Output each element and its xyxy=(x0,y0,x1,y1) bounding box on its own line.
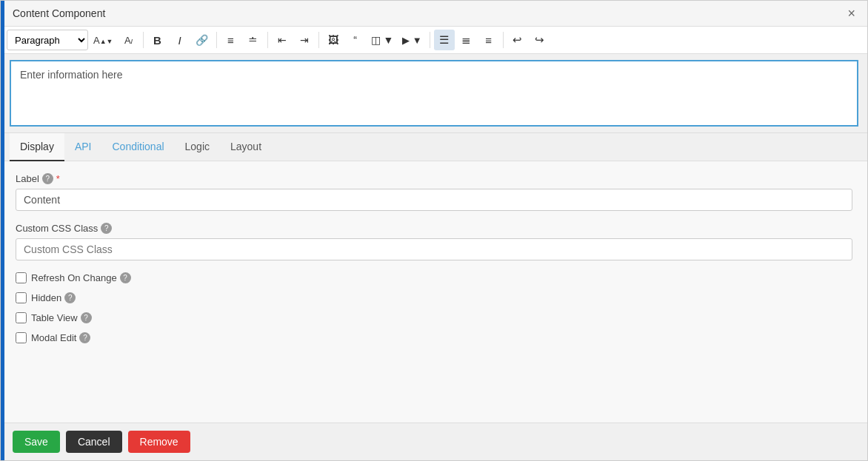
tabs-section: Display API Conditional Logic Layout Lab… xyxy=(1,132,867,423)
italic-icon: I xyxy=(178,34,181,47)
css-class-help-icon: ? xyxy=(101,223,112,234)
link-button[interactable]: 🔗 xyxy=(192,30,213,50)
video-button-group: ▶ ▼ xyxy=(398,30,425,50)
table-button-group: ◫ ▼ xyxy=(367,30,398,50)
align-right-icon: ≡ xyxy=(485,34,492,47)
remove-button[interactable]: Remove xyxy=(128,431,190,453)
ordered-list-icon: ≐ xyxy=(248,33,258,47)
modal-overlay: Content Component × Paragraph Heading 1 … xyxy=(0,0,868,461)
left-bar xyxy=(1,1,4,460)
css-class-label: Custom CSS Class ? xyxy=(16,223,852,234)
table-view-label: Table View ? xyxy=(31,312,92,323)
unordered-list-button[interactable]: ≡ xyxy=(221,30,241,50)
refresh-on-change-label: Refresh On Change ? xyxy=(31,272,131,283)
save-button[interactable]: Save xyxy=(13,431,60,453)
align-center-icon: ≣ xyxy=(461,33,471,47)
modal-edit-group: Modal Edit ? xyxy=(16,332,852,343)
label-input[interactable] xyxy=(16,189,852,211)
align-left-button[interactable]: ☰ xyxy=(434,30,455,50)
undo-button[interactable]: ↩ xyxy=(507,30,528,50)
quote-icon: “ xyxy=(353,34,357,46)
align-right-button[interactable]: ≡ xyxy=(478,30,499,50)
divider-6 xyxy=(503,32,504,48)
divider-3 xyxy=(267,32,268,48)
table-view-help-icon: ? xyxy=(81,312,92,323)
hidden-help-icon: ? xyxy=(64,292,76,303)
modal-footer: Save Cancel Remove xyxy=(1,423,867,460)
indent-right-button[interactable]: ⇥ xyxy=(294,30,315,50)
table-icon: ◫ ▼ xyxy=(371,34,394,46)
tab-conditional[interactable]: Conditional xyxy=(101,133,174,161)
tab-api[interactable]: API xyxy=(64,133,102,161)
editor-toolbar: Paragraph Heading 1 Heading 2 Heading 3 … xyxy=(1,27,867,54)
bold-icon: B xyxy=(153,34,161,47)
close-button[interactable]: × xyxy=(847,7,855,20)
divider-1 xyxy=(143,32,144,48)
font-family-icon: AI xyxy=(124,35,133,46)
bold-button[interactable]: B xyxy=(147,30,168,50)
css-class-input[interactable] xyxy=(16,238,852,260)
table-view-checkbox[interactable] xyxy=(16,312,27,323)
modal-header: Content Component × xyxy=(1,1,867,27)
modal-title: Content Component xyxy=(13,7,105,19)
hidden-label: Hidden ? xyxy=(31,292,76,303)
divider-5 xyxy=(430,32,430,48)
tab-layout[interactable]: Layout xyxy=(220,133,272,161)
ordered-list-button[interactable]: ≐ xyxy=(243,30,264,50)
modal-edit-help-icon: ? xyxy=(79,332,90,343)
refresh-help-icon: ? xyxy=(120,272,131,283)
outdent-icon: ⇤ xyxy=(278,34,287,46)
label-help-icon: ? xyxy=(42,173,53,184)
cancel-button[interactable]: Cancel xyxy=(66,431,122,453)
editor-area[interactable]: Enter information here xyxy=(10,60,858,127)
redo-icon: ↪ xyxy=(535,33,544,47)
tab-display[interactable]: Display xyxy=(10,133,64,161)
italic-button[interactable]: I xyxy=(170,30,190,50)
image-button[interactable]: 🖼 xyxy=(323,30,344,50)
tab-logic[interactable]: Logic xyxy=(175,133,220,161)
paragraph-select[interactable]: Paragraph Heading 1 Heading 2 Heading 3 xyxy=(7,30,88,50)
unordered-list-icon: ≡ xyxy=(227,34,234,47)
redo-button[interactable]: ↪ xyxy=(530,30,550,50)
required-indicator: * xyxy=(56,173,60,184)
table-view-group: Table View ? xyxy=(16,312,852,323)
font-family-button[interactable]: AI xyxy=(118,30,139,50)
table-button[interactable]: ◫ ▼ xyxy=(367,30,398,50)
modal-edit-label: Modal Edit ? xyxy=(31,332,90,343)
undo-icon: ↩ xyxy=(513,33,522,47)
divider-2 xyxy=(216,32,217,48)
video-button[interactable]: ▶ ▼ xyxy=(398,30,425,50)
divider-4 xyxy=(318,32,319,48)
align-left-icon: ☰ xyxy=(439,33,449,47)
label-field-label: Label ? * xyxy=(16,173,852,184)
hidden-group: Hidden ? xyxy=(16,292,852,303)
video-icon: ▶ ▼ xyxy=(402,35,421,46)
modal-edit-checkbox[interactable] xyxy=(16,332,27,343)
align-center-button[interactable]: ≣ xyxy=(456,30,477,50)
font-size-icon: A▲▼ xyxy=(93,35,113,46)
editor-placeholder: Enter information here xyxy=(20,69,123,81)
indent-icon: ⇥ xyxy=(300,34,309,46)
refresh-on-change-group: Refresh On Change ? xyxy=(16,272,852,283)
quote-button[interactable]: “ xyxy=(345,30,366,50)
refresh-on-change-checkbox[interactable] xyxy=(16,272,27,283)
font-size-button[interactable]: A▲▼ xyxy=(90,30,117,50)
image-icon: 🖼 xyxy=(328,34,338,46)
label-field-group: Label ? * xyxy=(16,173,852,211)
hidden-checkbox[interactable] xyxy=(16,292,27,303)
css-class-group: Custom CSS Class ? xyxy=(16,223,852,260)
indent-left-button[interactable]: ⇤ xyxy=(272,30,293,50)
tabs-header: Display API Conditional Logic Layout xyxy=(1,133,867,161)
tab-content-display: Label ? * Custom CSS Class ? Refresh On … xyxy=(1,161,867,423)
link-icon: 🔗 xyxy=(196,34,208,46)
